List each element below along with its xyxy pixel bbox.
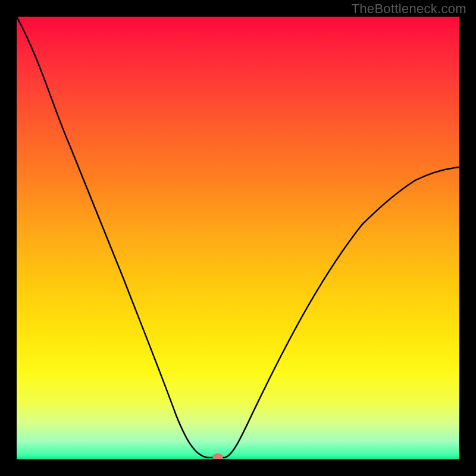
optimal-marker xyxy=(212,453,223,459)
curve-layer xyxy=(17,17,459,459)
watermark-text: TheBottleneck.com xyxy=(352,1,466,17)
chart-frame: TheBottleneck.com xyxy=(0,0,476,476)
plot-area xyxy=(17,17,459,459)
bottleneck-curve xyxy=(17,17,459,458)
